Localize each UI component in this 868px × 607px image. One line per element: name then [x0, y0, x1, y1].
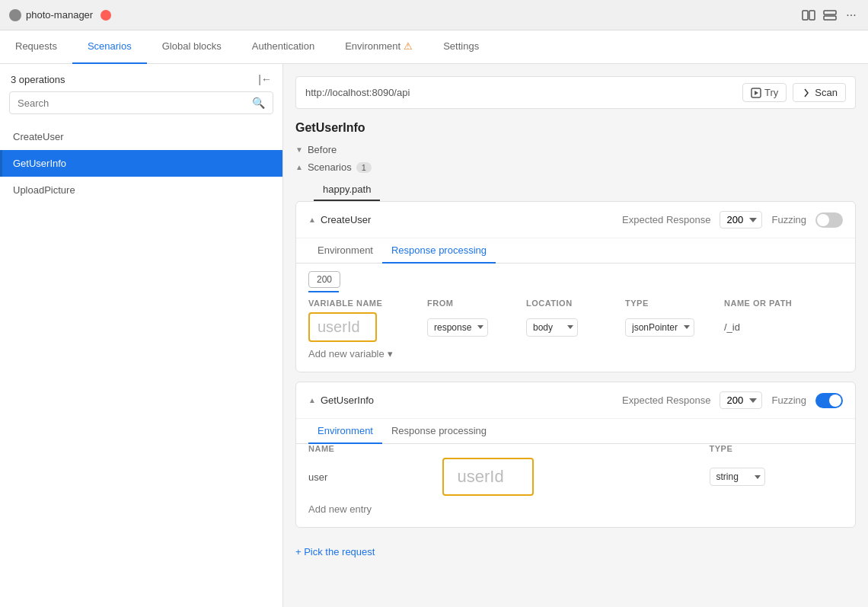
before-label: Before	[308, 144, 337, 155]
create-user-card-header: ▲ CreateUser Expected Response 200 400 5…	[296, 202, 855, 238]
svg-rect-3	[824, 16, 836, 20]
var-type-select[interactable]: jsonPointer regex	[625, 318, 694, 337]
close-button[interactable]	[101, 10, 111, 21]
expected-response-label: Expected Response	[622, 214, 710, 225]
tab-global-blocks[interactable]: Global blocks	[147, 30, 237, 64]
expected-response-select[interactable]: 200 400 500	[720, 211, 762, 228]
operation-title: GetUserInfo	[295, 121, 856, 135]
sidebar-list: CreateUser GetUserInfo UploadPicture	[0, 123, 282, 607]
split-icon[interactable]	[822, 8, 838, 23]
scenario-path-tabs: happy.path	[295, 179, 856, 201]
col-from: FROM	[427, 299, 526, 308]
env-type-cell: string number boolean	[710, 468, 844, 486]
scenarios-badge: 1	[356, 162, 372, 173]
sidebar-item-createuser[interactable]: CreateUser	[0, 123, 282, 150]
scenarios-section-header[interactable]: ▲ Scenarios 1	[295, 161, 856, 173]
create-user-title: CreateUser	[321, 214, 371, 225]
var-path-cell: /_id	[724, 321, 843, 333]
before-section-header[interactable]: ▼ Before	[295, 144, 856, 155]
tab-settings[interactable]: Settings	[428, 30, 494, 64]
col-location: LOCATION	[526, 299, 625, 308]
card-tab-environment-get[interactable]: Environment	[308, 419, 382, 444]
card-tab-environment-create[interactable]: Environment	[308, 238, 382, 264]
var-table-header: VARIABLE NAME FROM LOCATION TYPE NAME OR…	[308, 299, 843, 308]
get-user-info-card: ▲ GetUserInfo Expected Response 200 400 …	[295, 382, 856, 528]
search-box: 🔍	[9, 91, 273, 114]
var-path-value: /_id	[724, 321, 740, 333]
col-variable-name: VARIABLE NAME	[308, 299, 427, 308]
fuzzing-label-get: Fuzzing	[771, 395, 806, 406]
card-tab-response-processing-get[interactable]: Response processing	[382, 419, 496, 444]
userid-env-highlight[interactable]: userId	[442, 458, 534, 496]
svg-rect-1	[809, 11, 815, 20]
search-input[interactable]	[18, 97, 252, 109]
env-value-cell: userId	[442, 458, 710, 496]
col-type: TYPE	[625, 299, 724, 308]
scan-button[interactable]: Scan	[793, 83, 846, 102]
card-tab-response-processing-create[interactable]: Response processing	[382, 238, 496, 264]
tab-authentication[interactable]: Authentication	[237, 30, 330, 64]
pick-request-button[interactable]: + Pick the request	[295, 537, 856, 561]
more-icon[interactable]: ···	[844, 8, 859, 23]
create-user-card-tabs: Environment Response processing	[296, 238, 855, 264]
env-table-row: user userId string number boolean	[308, 458, 843, 496]
env-col-value	[442, 444, 710, 453]
sidebar-item-uploadpicture[interactable]: UploadPicture	[0, 177, 282, 203]
var-name-cell: userId	[308, 312, 427, 342]
content-area: http://localhost:8090/api Try Scan GetUs…	[283, 64, 868, 607]
get-user-info-header-left: ▲ GetUserInfo	[308, 395, 374, 406]
svg-rect-2	[824, 11, 836, 14]
scenarios-chevron-icon: ▲	[295, 163, 303, 171]
collapse-icon[interactable]: |←	[258, 73, 272, 85]
response-pill: 200	[308, 271, 340, 288]
before-chevron-icon: ▼	[295, 145, 303, 154]
create-user-card: ▲ CreateUser Expected Response 200 400 5…	[295, 201, 856, 372]
col-name-or-path: NAME OR PATH	[724, 299, 843, 308]
sidebar-operations-count: 3 operations	[11, 74, 65, 85]
fuzzing-toggle-create[interactable]	[815, 212, 843, 228]
add-variable-row[interactable]: Add new variable ▾	[308, 345, 843, 363]
env-name-cell: user	[308, 471, 442, 483]
response-pill-underline	[308, 291, 339, 292]
create-user-header-left: ▲ CreateUser	[308, 214, 371, 225]
var-location-cell: body header	[526, 318, 625, 337]
app-name: photo-manager	[26, 9, 93, 21]
expected-response-label-2: Expected Response	[622, 395, 710, 406]
scenarios-label: Scenarios	[308, 161, 352, 173]
nav-tabs: Requests Scenarios Global blocks Authent…	[0, 30, 868, 64]
var-type-cell: jsonPointer regex	[625, 318, 724, 337]
var-location-select[interactable]: body header	[526, 318, 578, 337]
panels-icon[interactable]	[801, 8, 816, 23]
tab-environment[interactable]: Environment ⚠	[330, 30, 428, 64]
add-entry-row[interactable]: Add new entry	[308, 500, 843, 518]
userid-variable-highlight[interactable]: userId	[308, 312, 377, 342]
get-user-info-title: GetUserInfo	[321, 395, 374, 406]
get-user-info-chevron-icon[interactable]: ▲	[308, 396, 316, 404]
fuzzing-label-create: Fuzzing	[771, 214, 806, 225]
title-bar-left: photo-manager	[9, 9, 111, 21]
sidebar: 3 operations |← 🔍 CreateUser GetUserInfo…	[0, 64, 283, 607]
try-button[interactable]: Try	[742, 83, 787, 102]
var-from-select[interactable]: response request	[427, 318, 488, 337]
create-user-chevron-icon[interactable]: ▲	[308, 216, 316, 224]
fuzzing-toggle-get[interactable]	[815, 393, 843, 408]
variable-table: VARIABLE NAME FROM LOCATION TYPE NAME OR…	[296, 299, 855, 372]
sidebar-item-getuserinfo[interactable]: GetUserInfo	[0, 150, 282, 177]
expected-response-select-2[interactable]: 200 400	[720, 391, 762, 409]
get-user-info-card-tabs: Environment Response processing	[296, 419, 855, 444]
env-type-select[interactable]: string number boolean	[710, 468, 765, 486]
sidebar-header: 3 operations |←	[0, 64, 282, 91]
url-bar: http://localhost:8090/api Try Scan	[295, 76, 856, 109]
scenario-tab-happy-path[interactable]: happy.path	[314, 179, 380, 201]
table-row: userId response request body header	[308, 312, 843, 342]
environment-table: NAME TYPE user userId	[296, 444, 855, 527]
app-icon	[9, 9, 21, 21]
env-table-header: NAME TYPE	[308, 444, 843, 453]
search-icon: 🔍	[252, 97, 265, 109]
env-col-name: NAME	[308, 444, 442, 453]
title-bar: photo-manager ···	[0, 0, 868, 30]
get-user-info-card-header: ▲ GetUserInfo Expected Response 200 400 …	[296, 382, 855, 419]
tab-scenarios[interactable]: Scenarios	[72, 30, 147, 64]
tab-requests[interactable]: Requests	[0, 30, 72, 64]
env-col-type: TYPE	[710, 444, 844, 453]
